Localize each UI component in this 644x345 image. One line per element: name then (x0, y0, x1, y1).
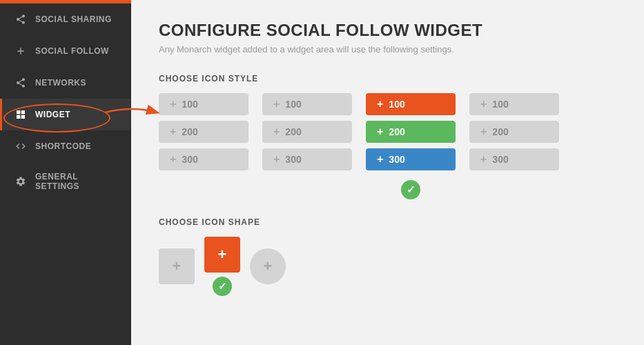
choose-icon-style-label: Choose Icon Style (159, 74, 616, 83)
style-btn-col1-100[interactable]: + 100 (159, 93, 248, 115)
page-subtitle: Any Monarch widget added to a widget are… (159, 44, 616, 55)
style-btn-col4-300[interactable]: + 300 (469, 148, 559, 170)
sidebar-item-label: Networks (35, 78, 86, 88)
style-btn-col1-300[interactable]: + 300 (159, 148, 248, 170)
plus-icon: + (273, 126, 280, 137)
style-btn-col1-200[interactable]: + 200 (159, 121, 248, 143)
icon-style-col-1: + 100 + 200 + 300 (159, 93, 248, 199)
shape-selected-check-badge: ✓ (213, 277, 232, 296)
choose-icon-shape-label: Choose Icon Shape (159, 217, 616, 227)
plus-icon: + (480, 154, 487, 165)
shortcode-icon (14, 140, 27, 152)
sidebar-item-social-follow[interactable]: Social Follow (0, 35, 131, 67)
sidebar-item-label: Social Follow (35, 46, 109, 56)
sidebar-item-label: General Settings (35, 172, 119, 191)
plus-icon: + (170, 99, 176, 110)
shape-col-circle: + (250, 248, 286, 284)
share-icon (14, 13, 27, 26)
plus-icon: + (377, 126, 383, 137)
shape-btn-square[interactable]: + (159, 248, 195, 284)
plus-icon: + (273, 154, 280, 165)
shape-btn-circle[interactable]: + (250, 248, 286, 284)
sidebar-item-networks[interactable]: Networks (0, 67, 131, 99)
plus-icon: + (273, 99, 280, 110)
networks-icon (14, 77, 27, 89)
plus-icon: + (377, 99, 383, 110)
main-content: Configure Social Follow Widget Any Monar… (131, 0, 644, 345)
sidebar-item-shortcode[interactable]: Shortcode (0, 130, 131, 162)
shape-col-square-orange: + ✓ (204, 237, 240, 296)
style-btn-col2-100[interactable]: + 100 (262, 93, 352, 115)
sidebar-item-label: Shortcode (35, 141, 91, 151)
plus-icon: + (480, 99, 487, 110)
shape-col-square: + (159, 248, 195, 284)
page-title: Configure Social Follow Widget (159, 21, 616, 40)
sidebar-item-social-sharing[interactable]: Social Sharing (0, 3, 131, 35)
plus-icon: + (170, 154, 176, 165)
sidebar: Social Sharing Social Follow Networks Wi… (0, 0, 131, 345)
settings-icon (14, 175, 27, 188)
style-btn-col3-100[interactable]: + 100 (366, 93, 456, 115)
icon-style-col-3-selected: + 100 + 200 + 300 ✓ (366, 93, 456, 199)
style-btn-col4-200[interactable]: + 200 (469, 121, 559, 143)
plus-icon: + (377, 154, 383, 165)
style-btn-col2-200[interactable]: + 200 (262, 121, 352, 143)
style-btn-col2-300[interactable]: + 300 (262, 148, 352, 170)
icon-shape-section: Choose Icon Shape + + ✓ + (159, 217, 616, 296)
style-btn-col3-300[interactable]: + 300 (366, 148, 456, 170)
icon-style-grid: + 100 + 200 + 300 + 100 + 200 + (159, 93, 616, 199)
sidebar-item-general-settings[interactable]: General Settings (0, 162, 131, 201)
plus-icon: + (480, 126, 487, 137)
sidebar-item-widget[interactable]: Widget (0, 99, 131, 130)
icon-style-col-4: + 100 + 200 + 300 (469, 93, 559, 199)
shape-btn-square-orange[interactable]: + (204, 237, 240, 273)
plus-icon: + (170, 126, 176, 137)
icon-style-col-2: + 100 + 200 + 300 (262, 93, 352, 199)
sidebar-item-label: Social Sharing (35, 14, 112, 24)
sidebar-item-label: Widget (35, 110, 70, 119)
style-btn-col4-100[interactable]: + 100 (469, 93, 559, 115)
selected-check-badge: ✓ (401, 180, 420, 199)
follow-icon (14, 45, 27, 57)
style-btn-col3-200[interactable]: + 200 (366, 121, 456, 143)
shape-grid: + + ✓ + (159, 237, 616, 296)
widget-icon (14, 108, 27, 121)
